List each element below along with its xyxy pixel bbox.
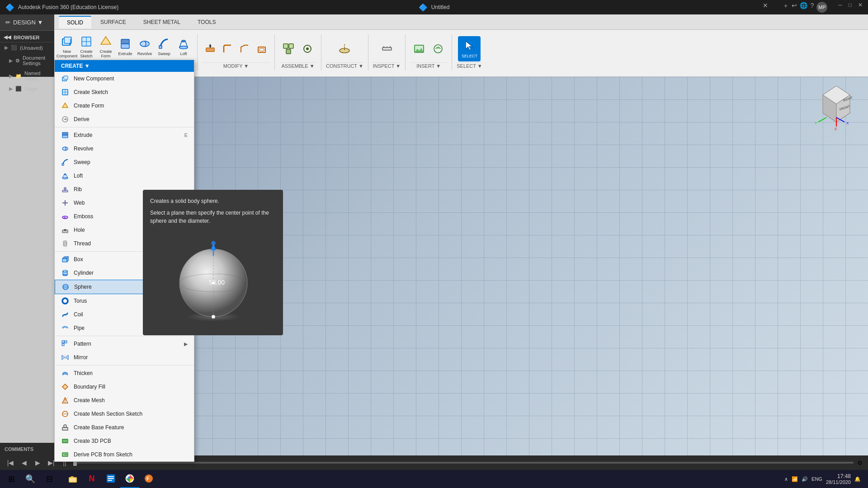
timeline-prev[interactable]: ◀ [19, 458, 29, 468]
svg-rect-83 [62, 341, 64, 343]
pattern-submenu-arrow: ▶ [184, 341, 188, 347]
menu-item-derive-pcb[interactable]: Derive PCB from Sketch [55, 448, 194, 461]
search-taskbar-btn[interactable]: 🔍 [21, 470, 40, 488]
create-mesh-menu-icon [61, 396, 69, 404]
task-view-btn[interactable]: ⊟ [40, 470, 59, 488]
revolve-label: Revolve [74, 145, 93, 152]
menu-item-extrude[interactable]: Extrude E [55, 128, 194, 142]
svg-line-43 [818, 117, 826, 122]
taskbar-app-notes[interactable] [101, 470, 120, 488]
tab-sheet-metal[interactable]: SHEET METAL [135, 16, 189, 28]
menu-item-thicken[interactable]: Thicken [55, 366, 194, 380]
browser-item-named-views[interactable]: ▶ 📁 Named Views [0, 68, 54, 84]
press-pull-btn[interactable] [202, 36, 218, 61]
divider-6 [452, 34, 452, 70]
volume-icon[interactable]: 🔊 [802, 476, 808, 482]
construct-plane-btn[interactable] [335, 36, 354, 61]
construct-group: CONSTRUCT ▼ [326, 36, 363, 69]
timeline-play[interactable]: ▶ [33, 458, 42, 468]
taskbar-app-netflix[interactable]: N [82, 470, 101, 488]
tooltip-line1: Creates a solid body sphere. [150, 197, 276, 205]
menu-item-mirror[interactable]: Mirror [55, 351, 194, 364]
menu-item-revolve[interactable]: Revolve [55, 142, 194, 155]
browser-item-unsaved[interactable]: ▶ ⬛ (Unsaved) [0, 42, 54, 53]
close-tab-btn[interactable]: ✕ [763, 2, 768, 13]
menu-item-mesh-section-sketch[interactable]: Create Mesh Section Sketch [55, 407, 194, 421]
insert-image-btn[interactable] [410, 36, 428, 61]
browser-toggle[interactable]: ◀◀ BROWSER [4, 34, 51, 40]
assemble-label[interactable]: ASSEMBLE ▼ [279, 62, 316, 69]
separator-3 [55, 336, 194, 336]
svg-rect-18 [258, 47, 265, 52]
sweep-btn[interactable]: Sweep [155, 34, 173, 60]
sweep-icon [158, 38, 170, 50]
3d-nav-cube[interactable]: FRONT RIGHT Z Y X [814, 86, 859, 131]
lang-indicator[interactable]: ENG [811, 476, 822, 482]
measure-btn[interactable] [378, 36, 396, 61]
inspect-label[interactable]: INSPECT ▼ [373, 62, 401, 69]
decal-btn[interactable] [429, 36, 447, 61]
menu-item-derive[interactable]: Derive [55, 113, 194, 126]
create-form-btn[interactable]: Create Form [97, 34, 115, 60]
menu-item-create-form[interactable]: Create Form [55, 99, 194, 113]
menu-item-create-3d-pcb[interactable]: Create 3D PCB [55, 434, 194, 448]
new-component-assemble-btn[interactable] [279, 36, 297, 61]
modify-label[interactable]: MODIFY ▼ [202, 62, 270, 69]
menu-item-sweep[interactable]: Sweep [55, 155, 194, 169]
new-component-btn[interactable]: New Component [58, 34, 76, 60]
add-tab-btn[interactable]: ＋ [783, 2, 789, 13]
design-button[interactable]: ✏ DESIGN ▼ [0, 14, 54, 31]
start-btn[interactable]: ⊞ [2, 470, 21, 488]
timeline-settings-icon[interactable]: ⚙ [857, 460, 863, 466]
select-btn[interactable]: SELECT [458, 36, 481, 61]
svg-rect-115 [108, 476, 114, 477]
extrude-btn[interactable]: Extrude [116, 34, 134, 60]
select-label[interactable]: SELECT ▼ [457, 62, 482, 69]
svg-point-24 [306, 47, 309, 50]
shell-btn[interactable] [254, 36, 270, 61]
menu-item-boundary-fill[interactable]: Boundary Fill [55, 380, 194, 394]
emboss-label: Emboss [74, 213, 93, 220]
notification-btn[interactable]: 🔔 [854, 476, 861, 482]
create-sketch-btn[interactable]: Create Sketch [77, 34, 95, 60]
derive-pcb-menu-icon [61, 450, 69, 459]
joint-btn[interactable] [298, 36, 316, 61]
minimize-btn[interactable]: ─ [838, 2, 842, 13]
taskbar-app-explorer[interactable] [63, 470, 82, 488]
taskbar-app-fusion[interactable]: F [139, 470, 158, 488]
browser-item-doc-settings[interactable]: ▶ ⚙ Document Settings [0, 53, 54, 68]
back-btn[interactable]: ↩ [792, 2, 797, 13]
boundary-label: Boundary Fill [74, 384, 105, 390]
svg-point-79 [63, 270, 67, 272]
help-btn[interactable]: ? [810, 2, 814, 13]
loft-btn[interactable]: Loft [175, 34, 193, 60]
tab-surface[interactable]: SURFACE [92, 16, 134, 28]
svg-rect-63 [64, 188, 66, 190]
browser-item-origin[interactable]: ▶ ⬛ Origin [0, 84, 54, 94]
user-avatar[interactable]: MP [816, 2, 827, 13]
timeline-track[interactable] [73, 462, 854, 464]
taskbar-hidden-icons[interactable]: ∧ [784, 476, 788, 482]
menu-item-create-mesh[interactable]: Create Mesh [55, 394, 194, 407]
tab-solid[interactable]: SOLID [59, 16, 91, 28]
revolve-btn[interactable]: Revolve [136, 34, 154, 60]
form-icon [99, 35, 112, 48]
extrude-shortcut: E [184, 132, 188, 138]
construct-label[interactable]: CONSTRUCT ▼ [326, 62, 363, 69]
menu-item-pattern[interactable]: Pattern ▶ [55, 337, 194, 351]
fillet-btn[interactable] [219, 36, 236, 61]
chamfer-btn[interactable] [236, 36, 253, 61]
maximize-btn[interactable]: □ [849, 2, 852, 13]
tab-tools[interactable]: TOOLS [189, 16, 224, 28]
insert-label[interactable]: INSERT ▼ [410, 62, 447, 69]
menu-item-loft[interactable]: Loft [55, 169, 194, 183]
timeline-to-start[interactable]: |◀ [5, 458, 15, 468]
create-form-menu-icon [61, 102, 69, 110]
menu-header[interactable]: CREATE ▼ [55, 60, 194, 72]
globe-btn[interactable]: 🌐 [800, 2, 807, 13]
menu-item-new-component[interactable]: New Component [55, 72, 194, 85]
taskbar-app-chrome[interactable] [120, 470, 139, 488]
menu-item-create-base-feature[interactable]: Create Base Feature [55, 421, 194, 434]
menu-item-create-sketch[interactable]: Create Sketch [55, 85, 194, 99]
window-close-btn[interactable]: ✕ [858, 2, 863, 13]
